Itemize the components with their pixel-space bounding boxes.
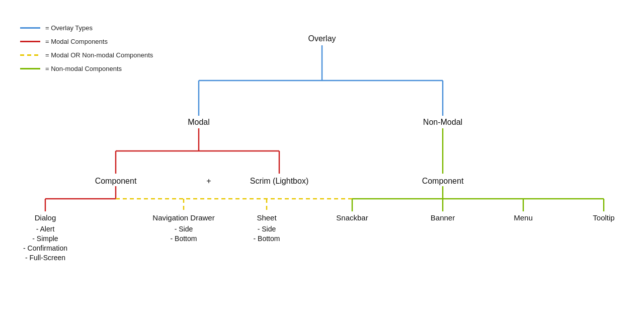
snackbar-label: Snackbar: [336, 213, 368, 222]
sheet-side: - Side: [258, 225, 276, 233]
dialog-simple: - Simple: [32, 235, 58, 243]
tree-diagram: Overlay Modal Non-Modal Component + Scri…: [0, 0, 644, 310]
dialog-label: Dialog: [35, 213, 56, 222]
nav-drawer-side: - Side: [175, 225, 193, 233]
nav-drawer-label: Navigation Drawer: [152, 213, 214, 222]
nav-drawer-bottom: - Bottom: [171, 235, 197, 243]
scrim-label: Scrim (Lightbox): [250, 177, 308, 185]
component-nonmodal-label: Component: [422, 177, 464, 185]
modal-label: Modal: [188, 118, 210, 126]
diagram-container: = Overlay Types = Modal Components = Mod…: [0, 0, 644, 310]
menu-label: Menu: [514, 213, 533, 222]
plus-label: +: [206, 177, 211, 185]
sheet-label: Sheet: [257, 213, 277, 222]
sheet-bottom: - Bottom: [254, 235, 280, 243]
dialog-confirmation: - Confirmation: [23, 244, 67, 252]
dialog-alert: - Alert: [36, 225, 55, 233]
dialog-fullscreen: - Full-Screen: [25, 254, 65, 262]
overlay-label: Overlay: [308, 34, 336, 43]
tooltip-label: Tooltip: [593, 213, 614, 222]
non-modal-label: Non-Modal: [423, 118, 462, 126]
component-modal-label: Component: [95, 177, 137, 185]
banner-label: Banner: [431, 213, 455, 222]
